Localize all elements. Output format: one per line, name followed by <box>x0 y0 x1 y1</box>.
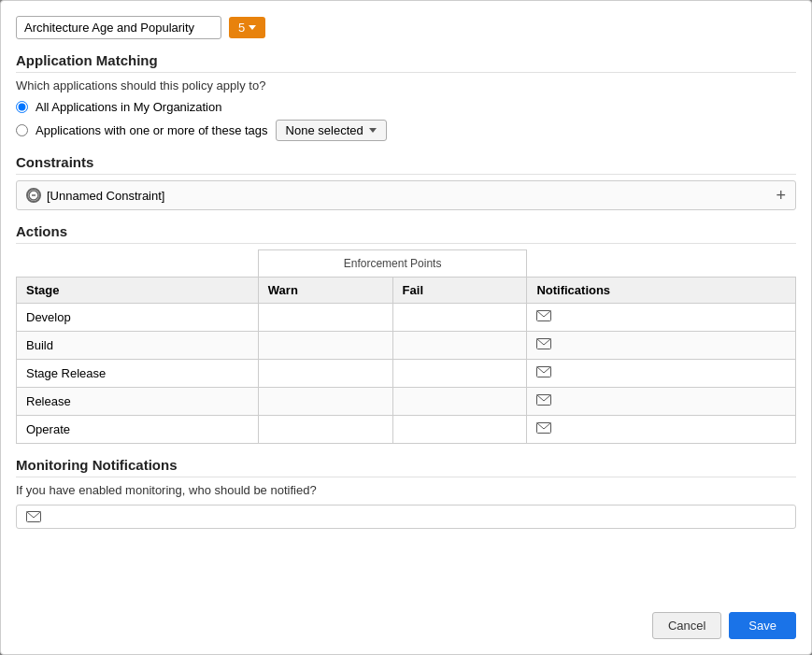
constraint-left: [Unnamed Constraint] <box>26 188 164 203</box>
app-matching-section: Application Matching Which applications … <box>16 52 796 141</box>
badge-caret-icon <box>249 25 256 30</box>
radio-group: All Applications in My Organization Appl… <box>16 100 796 141</box>
add-icon: + <box>776 186 786 205</box>
fail-cell <box>392 332 527 360</box>
monitoring-title: Monitoring Notifications <box>16 457 796 477</box>
constraints-section: Constraints [Unnamed Constraint] + <box>16 154 796 210</box>
notifications-cell <box>527 332 796 360</box>
fail-cell <box>392 416 527 444</box>
stage-cell: Release <box>17 388 259 416</box>
app-matching-title: Application Matching <box>16 52 796 73</box>
table-row: Develop <box>17 304 796 332</box>
row-email-icon <box>536 422 551 434</box>
fail-cell <box>392 388 527 416</box>
warn-cell <box>258 332 392 360</box>
table-row: Operate <box>17 416 796 444</box>
tag-selector-caret-icon <box>369 128 377 133</box>
actions-title: Actions <box>16 223 796 244</box>
radio-all-apps-label: All Applications in My Organization <box>36 100 221 114</box>
actions-section: Actions Enforcement Points Stage Warn Fa… <box>16 223 796 444</box>
stage-cell: Stage Release <box>17 360 259 388</box>
stage-cell: Develop <box>17 304 259 332</box>
warn-cell <box>258 388 392 416</box>
badge-button[interactable]: 5 <box>229 17 265 38</box>
stage-cell: Operate <box>17 416 259 444</box>
warn-cell <box>258 416 392 444</box>
stage-cell: Build <box>17 332 259 360</box>
table-row: Stage Release <box>17 360 796 388</box>
fail-cell <box>392 360 527 388</box>
constraint-label: [Unnamed Constraint] <box>47 189 164 203</box>
notifications-cell <box>527 360 796 388</box>
col-header-fail: Fail <box>392 278 527 304</box>
constraints-title: Constraints <box>16 154 796 175</box>
notifications-cell <box>527 388 796 416</box>
dialog-container: 5 Application Matching Which application… <box>0 0 812 655</box>
row-email-icon <box>536 366 551 377</box>
col-header-stage: Stage <box>17 278 259 304</box>
warn-cell <box>258 360 392 388</box>
radio-row-tagged-apps: Applications with one or more of these t… <box>16 120 796 141</box>
row-email-icon <box>536 338 551 349</box>
constraint-icon <box>26 188 41 203</box>
row-email-icon <box>536 394 551 406</box>
notifications-cell <box>527 416 796 444</box>
policy-name-input[interactable] <box>16 16 221 39</box>
monitoring-email-icon <box>26 511 41 522</box>
monitoring-input-row <box>16 505 796 529</box>
actions-table: Enforcement Points Stage Warn Fail Notif… <box>16 249 796 444</box>
tag-selector-button[interactable]: None selected <box>276 120 387 141</box>
radio-all-apps[interactable] <box>16 101 28 113</box>
add-constraint-button[interactable]: + <box>776 187 786 204</box>
save-button[interactable]: Save <box>729 612 796 639</box>
fail-cell <box>392 304 527 332</box>
row-email-icon <box>536 310 551 321</box>
cancel-button[interactable]: Cancel <box>652 612 721 639</box>
radio-tagged-apps[interactable] <box>16 124 28 136</box>
col-header-notifications: Notifications <box>527 278 796 304</box>
monitoring-section: Monitoring Notifications If you have ena… <box>16 457 796 529</box>
table-row: Release <box>17 388 796 416</box>
app-matching-description: Which applications should this policy ap… <box>16 78 796 93</box>
notifications-cell <box>527 304 796 332</box>
tag-selector-label: None selected <box>286 123 363 137</box>
monitoring-description: If you have enabled monitoring, who shou… <box>16 483 796 497</box>
badge-label: 5 <box>238 21 245 35</box>
enforcement-header: Enforcement Points <box>258 250 527 278</box>
radio-row-all-apps: All Applications in My Organization <box>16 100 796 114</box>
table-row: Build <box>17 332 796 360</box>
constraint-row: [Unnamed Constraint] + <box>16 180 796 210</box>
footer: Cancel Save <box>16 603 796 639</box>
radio-tagged-apps-label: Applications with one or more of these t… <box>36 123 268 137</box>
top-bar: 5 <box>16 16 796 39</box>
warn-cell <box>258 304 392 332</box>
col-header-warn: Warn <box>258 278 392 304</box>
